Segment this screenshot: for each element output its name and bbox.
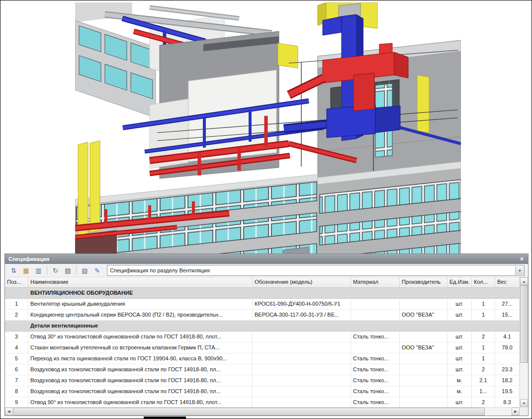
right-building-facade: [318, 162, 461, 265]
table-body: ВЕНТИЛЯЦИОННОЕ ОБОРУДОВАНИЕ 1 Вентилятор…: [5, 288, 520, 407]
column-header-material[interactable]: Материал: [351, 277, 400, 287]
table-row[interactable]: 6 Воздуховод из тонколистовой оцинкованн…: [5, 364, 520, 375]
table-section-row[interactable]: ВЕНТИЛЯЦИОННОЕ ОБОРУДОВАНИЕ: [5, 288, 520, 299]
column-header-unit[interactable]: Ед.Изм.: [447, 277, 472, 287]
scrollbar-corner: [520, 407, 528, 416]
horizontal-scrollbar-thumb[interactable]: [13, 408, 485, 416]
dropdown-value: Спецификация по разделу Вентиляция: [107, 267, 515, 273]
section-title: Детали вентиляционные: [28, 321, 520, 331]
table-row[interactable]: 2 Кондиционер центральный серии ВЕРОСА-3…: [5, 310, 520, 321]
table-row[interactable]: 3 Отвод 30° из тонколистовой оцинкованно…: [5, 332, 520, 342]
table-row[interactable]: 8 Воздуховод из тонколистовой оцинкованн…: [5, 386, 520, 397]
edit-table-icon[interactable]: ✎: [91, 265, 103, 276]
column-header-model[interactable]: Обозначение (модель): [253, 277, 351, 287]
table-view-icon[interactable]: ▥: [33, 265, 44, 276]
table-section-row[interactable]: Детали вентиляционные: [5, 321, 520, 332]
spec-section-dropdown[interactable]: Спецификация по разделу Вентиляция ▼: [107, 265, 525, 276]
scroll-left-icon[interactable]: ◀: [5, 408, 13, 416]
spec-table: Поз... Наименование Обозначение (модель)…: [5, 277, 528, 407]
properties-icon[interactable]: ▧: [79, 265, 90, 276]
column-header-manufacturer[interactable]: Производитель: [400, 277, 447, 287]
scroll-right-icon[interactable]: ▶: [512, 408, 520, 416]
panel-title-bar[interactable]: Спецификация ×: [5, 254, 528, 264]
toolbar: ⇅ ▦ ▥ ↻ ▤ ▧ ✎ Спецификация по разделу Ве…: [5, 264, 528, 277]
print-icon[interactable]: ▤: [62, 265, 74, 276]
toolbar-separator: [47, 266, 47, 275]
vertical-scrollbar-thumb[interactable]: [520, 285, 528, 363]
toolbar-separator: [76, 266, 77, 275]
refresh-icon[interactable]: ↻: [50, 265, 61, 276]
table-row[interactable]: 4 Стакан монтажный утепленный со встроен…: [5, 342, 520, 353]
table-row[interactable]: 7 Воздуховод из тонколистовой оцинкованн…: [5, 375, 520, 386]
column-header-qty[interactable]: Кол...: [472, 277, 495, 287]
table-row[interactable]: 9 Отвод 90° из тонколистовой оцинкованно…: [5, 397, 520, 407]
specification-panel: Спецификация × ⇅ ▦ ▥ ↻ ▤ ▧ ✎ Спецификаци…: [4, 253, 529, 416]
sort-icon[interactable]: ⇅: [8, 265, 19, 276]
column-header-name[interactable]: Наименование: [28, 277, 253, 287]
table-row[interactable]: 5 Переход из листа оцинкованной стали по…: [5, 353, 520, 364]
3d-viewport[interactable]: [75, 2, 461, 265]
table-row[interactable]: 1 Вентилятор крышный дымоудаления КРОС61…: [5, 299, 520, 310]
application-screen: Спецификация × ⇅ ▦ ▥ ↻ ▤ ▧ ✎ Спецификаци…: [0, 0, 532, 419]
scroll-down-icon[interactable]: ▼: [520, 399, 528, 407]
column-header-weight[interactable]: Вес: [495, 277, 520, 287]
screen-edge-artifact: [144, 417, 186, 419]
column-header-pos[interactable]: Поз...: [5, 277, 28, 287]
table-header: Поз... Наименование Обозначение (модель)…: [5, 277, 520, 288]
panel-title: Спецификация: [8, 256, 518, 262]
chevron-down-icon[interactable]: ▼: [515, 266, 524, 275]
section-title: ВЕНТИЛЯЦИОННОЕ ОБОРУДОВАНИЕ: [28, 288, 520, 298]
vertical-scrollbar[interactable]: ▲ ▼: [520, 277, 528, 407]
scroll-up-icon[interactable]: ▲: [520, 277, 528, 285]
close-icon[interactable]: ×: [518, 255, 526, 263]
horizontal-scrollbar[interactable]: ◀ ▶: [5, 407, 520, 416]
filter-grid-icon[interactable]: ▦: [20, 265, 32, 276]
building-model-illustration: [75, 2, 461, 265]
